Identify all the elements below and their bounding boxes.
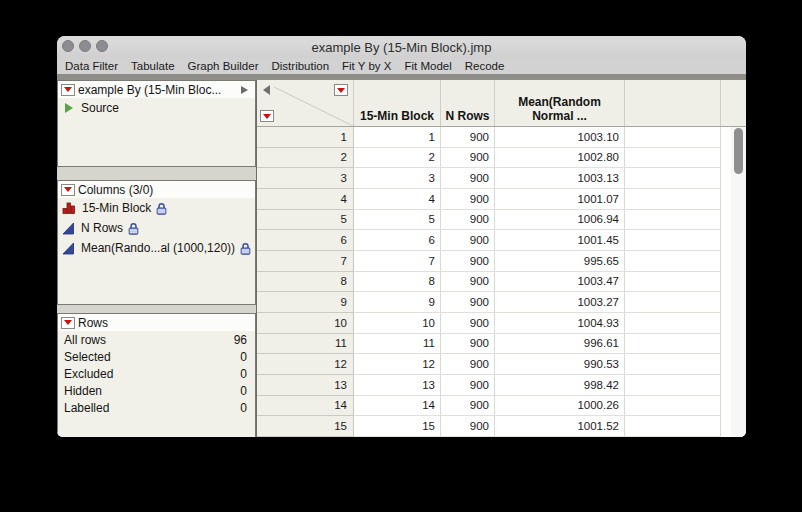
row-number-cell[interactable]: 4 (257, 189, 354, 210)
data-cell[interactable]: 900 (441, 272, 495, 293)
data-cell[interactable] (625, 292, 721, 313)
data-cell[interactable]: 1003.13 (495, 168, 625, 189)
data-cell[interactable]: 1003.47 (495, 272, 625, 293)
data-cell[interactable] (625, 396, 721, 417)
data-cell[interactable]: 900 (441, 416, 495, 437)
data-cell[interactable]: 990.53 (495, 354, 625, 375)
menu-item-tabulate[interactable]: Tabulate (131, 60, 174, 72)
data-cell[interactable]: 8 (354, 272, 441, 293)
data-cell[interactable]: 900 (441, 251, 495, 272)
hide-panel-arrow-icon[interactable] (263, 85, 270, 95)
row-number-cell[interactable]: 2 (257, 148, 354, 169)
rows-stat-selected[interactable]: Selected0 (58, 348, 255, 365)
data-cell[interactable] (625, 334, 721, 355)
rows-menu-button[interactable] (260, 110, 274, 122)
data-cell[interactable]: 1003.10 (495, 127, 625, 148)
data-cell[interactable]: 1002.80 (495, 148, 625, 169)
data-cell[interactable]: 998.42 (495, 375, 625, 396)
row-number-cell[interactable]: 3 (257, 168, 354, 189)
scrollbar-thumb[interactable] (734, 128, 743, 174)
menu-item-recode[interactable]: Recode (465, 60, 505, 72)
source-item[interactable]: Source (58, 98, 255, 117)
row-number-cell[interactable]: 5 (257, 210, 354, 231)
data-cell[interactable]: 900 (441, 334, 495, 355)
menu-item-graph-builder[interactable]: Graph Builder (188, 60, 259, 72)
menu-item-distribution[interactable]: Distribution (272, 60, 330, 72)
row-number-cell[interactable]: 7 (257, 251, 354, 272)
data-cell[interactable]: 3 (354, 168, 441, 189)
data-cell[interactable]: 10 (354, 313, 441, 334)
column-item-15-min-block[interactable]: 15-Min Block (58, 198, 255, 218)
data-cell[interactable]: 1004.93 (495, 313, 625, 334)
title-bar[interactable]: example By (15-Min Block).jmp (57, 36, 746, 58)
data-cell[interactable] (625, 210, 721, 231)
column-header-mean[interactable]: Mean(Random Normal ... (495, 80, 625, 126)
data-cell[interactable]: 15 (354, 416, 441, 437)
zoom-button[interactable] (96, 40, 108, 52)
row-number-cell[interactable]: 12 (257, 354, 354, 375)
row-number-cell[interactable]: 10 (257, 313, 354, 334)
column-item-n-rows[interactable]: N Rows (58, 218, 255, 238)
data-cell[interactable]: 13 (354, 375, 441, 396)
data-cell[interactable] (625, 251, 721, 272)
data-cell[interactable]: 900 (441, 396, 495, 417)
rows-stat-labelled[interactable]: Labelled0 (58, 399, 255, 416)
data-cell[interactable]: 900 (441, 230, 495, 251)
data-cell[interactable] (625, 127, 721, 148)
data-cell[interactable]: 12 (354, 354, 441, 375)
rows-stat-excluded[interactable]: Excluded0 (58, 365, 255, 382)
red-triangle-menu-button[interactable] (61, 84, 75, 96)
row-number-cell[interactable]: 6 (257, 230, 354, 251)
data-cell[interactable]: 900 (441, 354, 495, 375)
data-cell[interactable] (625, 148, 721, 169)
menu-item-fit-model[interactable]: Fit Model (404, 60, 451, 72)
column-header-nrows[interactable]: N Rows (441, 80, 495, 126)
row-number-cell[interactable]: 8 (257, 272, 354, 293)
row-number-cell[interactable]: 15 (257, 416, 354, 437)
data-cell[interactable]: 1 (354, 127, 441, 148)
data-cell[interactable]: 900 (441, 210, 495, 231)
data-cell[interactable] (625, 375, 721, 396)
data-cell[interactable]: 6 (354, 230, 441, 251)
data-cell[interactable]: 1006.94 (495, 210, 625, 231)
data-cell[interactable]: 900 (441, 189, 495, 210)
data-cell[interactable]: 900 (441, 375, 495, 396)
data-cell[interactable]: 900 (441, 148, 495, 169)
data-cell[interactable]: 1001.52 (495, 416, 625, 437)
red-triangle-menu-button[interactable] (61, 184, 75, 196)
data-cell[interactable] (625, 416, 721, 437)
rows-stat-hidden[interactable]: Hidden0 (58, 382, 255, 399)
data-cell[interactable]: 900 (441, 313, 495, 334)
data-cell[interactable]: 1000.26 (495, 396, 625, 417)
data-cell[interactable] (625, 313, 721, 334)
row-number-cell[interactable]: 13 (257, 375, 354, 396)
row-number-cell[interactable]: 9 (257, 292, 354, 313)
row-number-cell[interactable]: 14 (257, 396, 354, 417)
menu-item-data-filter[interactable]: Data Filter (65, 60, 118, 72)
data-cell[interactable]: 900 (441, 292, 495, 313)
close-button[interactable] (62, 40, 74, 52)
data-cell[interactable] (625, 189, 721, 210)
rows-stat-all-rows[interactable]: All rows96 (58, 331, 255, 348)
data-cell[interactable] (625, 230, 721, 251)
data-cell[interactable]: 1001.45 (495, 230, 625, 251)
data-cell[interactable]: 2 (354, 148, 441, 169)
data-cell[interactable]: 7 (354, 251, 441, 272)
data-cell[interactable]: 9 (354, 292, 441, 313)
menu-item-fit-y-by-x[interactable]: Fit Y by X (342, 60, 391, 72)
collapse-arrow-icon[interactable] (241, 86, 248, 94)
data-cell[interactable] (625, 168, 721, 189)
data-cell[interactable]: 995.65 (495, 251, 625, 272)
data-cell[interactable] (625, 354, 721, 375)
vertical-scrollbar[interactable] (731, 127, 746, 437)
data-cell[interactable]: 1003.27 (495, 292, 625, 313)
data-cell[interactable]: 900 (441, 168, 495, 189)
grid-corner-cell[interactable] (257, 80, 354, 126)
red-triangle-menu-button[interactable] (61, 317, 75, 329)
data-cell[interactable]: 1001.07 (495, 189, 625, 210)
row-number-cell[interactable]: 11 (257, 334, 354, 355)
column-header-block[interactable]: 15-Min Block (354, 80, 441, 126)
data-cell[interactable]: 5 (354, 210, 441, 231)
data-cell[interactable]: 14 (354, 396, 441, 417)
row-number-cell[interactable]: 1 (257, 127, 354, 148)
